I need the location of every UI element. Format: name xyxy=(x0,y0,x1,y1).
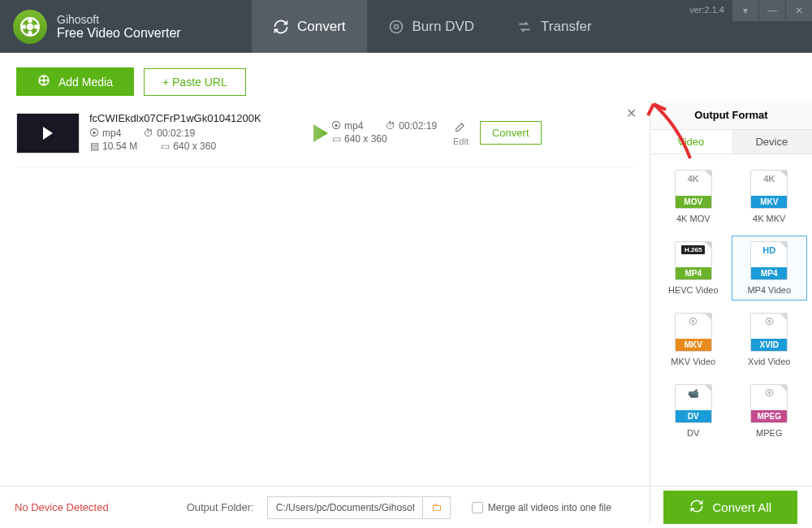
panel-title: Output Format xyxy=(650,101,812,130)
brand-block: Gihosoft Free Video Converter xyxy=(0,10,252,44)
merge-checkbox[interactable]: Merge all videos into one file xyxy=(472,502,611,513)
file-output-info: ⦿mp4 ⏱00:02:19 ▭640 x 360 xyxy=(331,120,453,146)
convert-all-button[interactable]: Convert All xyxy=(663,491,797,524)
tab-device[interactable]: Device xyxy=(732,130,813,154)
window-controls: ▾ — ✕ xyxy=(732,0,812,21)
minimize-button[interactable]: — xyxy=(759,0,785,21)
format-label: 4K MKV xyxy=(753,214,785,223)
product-name: Free Video Converter xyxy=(57,26,181,41)
svg-point-4 xyxy=(28,31,31,33)
output-format-panel: Output Format Video Device 4KMOV4K MOV4K… xyxy=(650,101,812,523)
svg-point-9 xyxy=(43,80,45,82)
toolbar: Add Media + Paste URL xyxy=(0,53,812,101)
format-xvid-xvid-video[interactable]: ⦿XVIDXvid Video xyxy=(732,307,808,372)
format-label: 4K MOV xyxy=(676,214,710,223)
format-dv-dv[interactable]: 📹DVDV xyxy=(655,379,732,444)
file-icon: H.265MP4 xyxy=(675,241,712,280)
svg-point-5 xyxy=(23,25,25,28)
file-icon: 📹DV xyxy=(675,384,712,423)
nav-tab-transfer[interactable]: Transfer xyxy=(495,0,613,53)
file-name: fcCWIEkdlx07CFrP1wGk01041200K xyxy=(89,112,283,124)
edit-icon xyxy=(454,120,467,135)
edit-button[interactable]: Edit xyxy=(453,120,469,146)
svg-point-2 xyxy=(28,19,31,21)
file-icon: 4KMOV xyxy=(675,170,712,209)
nav-tabs: Convert Burn DVD Transfer xyxy=(252,0,613,53)
format-mov-4k-mov[interactable]: 4KMOV4K MOV xyxy=(655,164,732,229)
file-icon: HDMP4 xyxy=(750,241,788,280)
add-media-label: Add Media xyxy=(58,76,113,89)
svg-point-11 xyxy=(46,80,48,81)
clock-icon: ⏱ xyxy=(144,128,153,138)
file-icon: 4KMKV xyxy=(750,170,788,209)
disc-icon xyxy=(388,19,404,35)
svg-point-12 xyxy=(43,83,45,84)
format-mkv-mkv-video[interactable]: ⦿MKVMKV Video xyxy=(655,307,732,372)
svg-point-7 xyxy=(394,24,398,28)
format-label: MP4 Video xyxy=(747,285,791,295)
nav-label-transfer: Transfer xyxy=(541,19,592,35)
svg-point-3 xyxy=(35,25,37,28)
output-folder-label: Output Folder: xyxy=(187,501,254,513)
transfer-icon xyxy=(516,19,533,35)
title-bar: Gihosoft Free Video Converter Convert Bu… xyxy=(0,0,812,53)
arrow-icon xyxy=(283,121,331,145)
format-icon: ⦿ xyxy=(331,121,341,131)
svg-point-10 xyxy=(43,76,45,78)
clock-icon: ⏱ xyxy=(386,121,395,131)
close-button[interactable]: ✕ xyxy=(786,0,812,21)
format-label: Xvid Video xyxy=(748,357,790,366)
video-thumbnail[interactable] xyxy=(16,113,80,154)
browse-folder-button[interactable]: 🗀 xyxy=(422,497,450,517)
size-icon: ▤ xyxy=(89,141,99,151)
version-label: ver:2.1.4 xyxy=(689,5,724,15)
device-status: No Device Detected xyxy=(15,501,109,513)
format-label: HEVC Video xyxy=(668,285,719,295)
nav-label-convert: Convert xyxy=(297,19,346,35)
format-mp4-hevc-video[interactable]: H.265MP4HEVC Video xyxy=(655,236,732,301)
refresh-icon xyxy=(689,499,704,516)
file-input-info: fcCWIEkdlx07CFrP1wGk01041200K ⦿mp4 ⏱00:0… xyxy=(80,112,283,154)
checkbox-icon xyxy=(472,502,483,513)
svg-point-1 xyxy=(28,24,33,29)
svg-point-13 xyxy=(40,80,41,81)
logo-icon xyxy=(13,10,47,44)
resolution-icon: ▭ xyxy=(160,141,170,151)
file-item[interactable]: fcCWIEkdlx07CFrP1wGk01041200K ⦿mp4 ⏱00:0… xyxy=(16,101,633,167)
format-mpeg-mpeg[interactable]: ⦿MPEGMPEG xyxy=(732,379,808,444)
file-icon: ⦿MKV xyxy=(675,313,712,352)
refresh-icon xyxy=(273,19,289,35)
format-icon: ⦿ xyxy=(89,128,99,138)
brand-name: Gihosoft xyxy=(57,13,181,26)
format-label: MPEG xyxy=(756,428,782,438)
resolution-icon: ▭ xyxy=(331,134,341,144)
nav-label-burn: Burn DVD xyxy=(412,19,475,35)
nav-tab-convert[interactable]: Convert xyxy=(252,0,367,53)
format-mkv-4k-mkv[interactable]: 4KMKV4K MKV xyxy=(732,164,808,229)
footer-bar: No Device Detected Output Folder: 🗀 Merg… xyxy=(0,486,812,528)
file-icon: ⦿MPEG xyxy=(750,384,788,423)
svg-point-6 xyxy=(390,20,402,32)
film-icon xyxy=(37,74,50,89)
format-label: DV xyxy=(687,428,699,438)
folder-icon: 🗀 xyxy=(431,501,442,513)
formats-grid: 4KMOV4K MOV4KMKV4K MKVH.265MP4HEVC Video… xyxy=(650,154,812,453)
paste-url-button[interactable]: + Paste URL xyxy=(144,68,246,96)
file-list: fcCWIEkdlx07CFrP1wGk01041200K ⦿mp4 ⏱00:0… xyxy=(0,101,650,523)
remove-file-button[interactable]: ✕ xyxy=(626,106,637,121)
format-mp4-mp4-video[interactable]: HDMP4MP4 Video xyxy=(732,236,808,301)
add-media-button[interactable]: Add Media xyxy=(16,67,134,96)
dropdown-button[interactable]: ▾ xyxy=(732,0,758,21)
convert-button[interactable]: Convert xyxy=(480,121,542,145)
nav-tab-burn[interactable]: Burn DVD xyxy=(367,0,496,53)
file-icon: ⦿XVID xyxy=(750,313,788,352)
format-label: MKV Video xyxy=(671,357,715,366)
output-folder-input[interactable] xyxy=(268,497,422,518)
tab-video[interactable]: Video xyxy=(650,130,732,154)
